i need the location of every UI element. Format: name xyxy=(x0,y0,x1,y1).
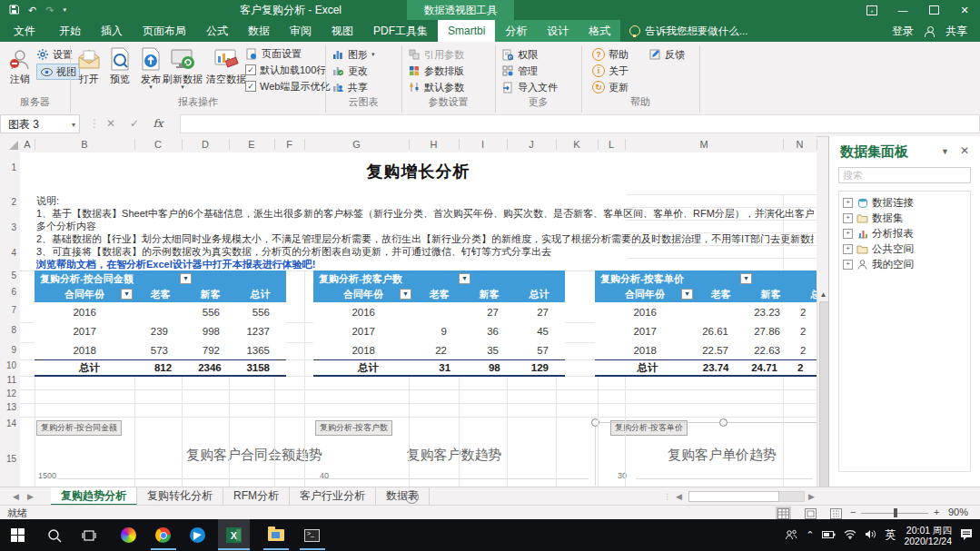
sheet-tab-1[interactable]: 复购转化分析 xyxy=(137,487,223,506)
filter-dropdown-icon[interactable]: ▼ xyxy=(681,289,693,300)
load-100-checkbox[interactable]: ✓ 默认加载100行 xyxy=(245,63,326,77)
select-all-corner-icon[interactable] xyxy=(9,141,18,150)
row-header-5[interactable]: 5 xyxy=(11,271,16,280)
help-link[interactable]: 浏览帮助文档，在智分析Excel设计器中打开本报表进行体验吧! xyxy=(36,258,315,271)
cell-new[interactable]: 27.86 xyxy=(747,326,795,337)
tab-file[interactable]: 文件 xyxy=(0,20,49,42)
import-file-button[interactable]: 导入文件 xyxy=(501,80,558,94)
cell-total[interactable]: 27 xyxy=(513,307,565,318)
enter-formula-icon[interactable]: ✓ xyxy=(125,114,144,133)
sheet-grid[interactable]: 复购增长分析 复购分析-按合同金额复购客户合同金额趋势1500复购分析-按客户数… xyxy=(20,153,817,487)
column-header-F[interactable]: F xyxy=(286,136,292,153)
taskbar-clock[interactable]: 20:01 周四 2020/12/24 xyxy=(904,525,952,546)
col-header-0[interactable]: 老客 xyxy=(134,287,186,302)
row-header-7[interactable]: 7 xyxy=(11,305,16,315)
cell-total[interactable]: 2 xyxy=(795,345,817,356)
tab-smartbi[interactable]: Smartbi xyxy=(438,20,495,42)
tree-item-0[interactable]: +数据连接 xyxy=(839,195,970,211)
row-header-13[interactable]: 13 xyxy=(6,402,16,412)
cell-year[interactable]: 2018 xyxy=(35,345,134,356)
page-break-view-icon[interactable] xyxy=(830,508,842,519)
cell-new[interactable]: 35 xyxy=(465,345,513,356)
app-icon-blue-bird[interactable] xyxy=(182,519,213,551)
volume-icon[interactable] xyxy=(865,529,876,541)
manage-button[interactable]: 管理 xyxy=(501,64,538,78)
excel-taskbar-icon[interactable]: X xyxy=(218,519,250,551)
expand-icon[interactable]: + xyxy=(843,198,853,208)
close-button[interactable]: ✕ xyxy=(949,0,980,20)
tabbar-splitter[interactable]: ⋮ xyxy=(663,487,671,506)
minimize-button[interactable]: — xyxy=(887,0,918,20)
column-header-A[interactable]: A xyxy=(24,136,30,153)
chart-tag-button[interactable]: 复购分析-按客户数 xyxy=(315,420,392,436)
logout-button[interactable]: 注销 xyxy=(2,44,38,84)
table-row[interactable]: 20162727 xyxy=(313,302,565,321)
zoom-slider-thumb[interactable] xyxy=(894,508,897,517)
tree-item-3[interactable]: +公共空间 xyxy=(839,241,970,257)
cell-year[interactable]: 2016 xyxy=(313,307,413,318)
cell-old[interactable]: 26.61 xyxy=(695,326,747,337)
table-row[interactable]: 201623.232 xyxy=(595,302,817,321)
filter-dropdown-icon[interactable]: ▼ xyxy=(740,273,752,284)
clear-data-button[interactable]: 清空数据 xyxy=(205,44,247,84)
expand-icon[interactable]: + xyxy=(843,260,853,270)
default-param-button[interactable]: 默认参数 xyxy=(408,80,464,94)
expand-icon[interactable]: + xyxy=(843,244,853,254)
cell-old[interactable]: 9 xyxy=(413,326,465,337)
ribbon-display-options-button[interactable]: ˄ xyxy=(856,0,887,20)
row-header-9[interactable]: 9 xyxy=(11,345,16,355)
sheet-next-icon[interactable]: ▶ xyxy=(27,487,34,506)
maximize-button[interactable] xyxy=(918,0,949,20)
table-total-row[interactable]: 总计3198129 xyxy=(313,359,565,377)
table-total-row[interactable]: 总计23.7424.712 xyxy=(595,359,817,377)
people-icon[interactable] xyxy=(785,529,797,542)
sheet-tab-3[interactable]: 客户行业分析 xyxy=(290,487,376,506)
filter-dropdown-icon[interactable]: ▼ xyxy=(121,289,133,300)
cell-total[interactable]: 556 xyxy=(234,307,286,318)
column-header-I[interactable]: I xyxy=(481,136,484,153)
row-header-12[interactable]: 12 xyxy=(6,389,16,398)
table-row[interactable]: 201793645 xyxy=(313,321,565,340)
terminal-icon[interactable]: >_ xyxy=(296,519,328,551)
table-row[interactable]: 20172399981237 xyxy=(35,321,286,340)
wifi-icon[interactable] xyxy=(844,529,856,541)
col-header-1[interactable]: 新客 xyxy=(747,287,795,302)
table-total-row[interactable]: 总计81223463158 xyxy=(35,359,286,377)
table-row[interactable]: 2018223557 xyxy=(313,340,565,359)
context-tab-2[interactable]: 格式 xyxy=(579,20,620,42)
tab-6[interactable]: 视图 xyxy=(322,20,363,42)
hidden-icons-chevron[interactable]: ⌃ xyxy=(806,529,814,541)
row-header-1[interactable]: 1 xyxy=(11,162,16,172)
pivot-table-name[interactable]: 复购分析-按客单价▼ xyxy=(595,271,817,287)
cell-total[interactable]: 2 xyxy=(795,326,817,337)
year-column-header[interactable]: 合同年份▼ xyxy=(313,287,413,302)
context-tab-1[interactable]: 设计 xyxy=(537,20,579,42)
permissions-button[interactable]: 权限 xyxy=(501,47,538,62)
cell-new[interactable]: 27 xyxy=(465,307,513,318)
year-column-header[interactable]: 合同年份▼ xyxy=(595,287,695,302)
col-header-2[interactable]: 总计 xyxy=(234,287,286,302)
column-header-D[interactable]: D xyxy=(202,136,209,153)
tab-3[interactable]: 公式 xyxy=(196,20,238,42)
row-header-10[interactable]: 10 xyxy=(6,360,16,370)
undo-icon[interactable]: ↶ xyxy=(28,5,36,16)
start-button[interactable] xyxy=(2,519,34,551)
column-header-M[interactable]: M xyxy=(699,136,708,153)
col-header-2[interactable]: 总计 xyxy=(513,287,565,302)
name-box[interactable]: 图表 3 ▾ xyxy=(0,114,80,133)
name-box-dropdown-icon[interactable]: ▾ xyxy=(72,115,75,134)
column-header-C[interactable]: C xyxy=(154,136,162,153)
col-header-1[interactable]: 新客 xyxy=(186,287,234,302)
tab-7[interactable]: PDF工具集 xyxy=(363,20,438,42)
cell-old[interactable]: 22.57 xyxy=(695,345,747,356)
tree-item-2[interactable]: +分析报表 xyxy=(839,226,970,241)
cell-new[interactable]: 998 xyxy=(186,326,234,337)
table-row[interactable]: 20185737921365 xyxy=(35,340,286,359)
settings-button[interactable]: 设置 xyxy=(36,47,73,62)
row-headers[interactable]: 123456789101112131415 xyxy=(0,153,21,487)
cell-year[interactable]: 2017 xyxy=(35,326,134,337)
chart-title[interactable]: 复购客户合同金额趋势 xyxy=(186,447,322,464)
row-header-15[interactable]: 15 xyxy=(6,454,16,464)
chart-title[interactable]: 复购客户单价趋势 xyxy=(668,447,777,464)
filter-dropdown-icon[interactable]: ▼ xyxy=(400,289,411,300)
